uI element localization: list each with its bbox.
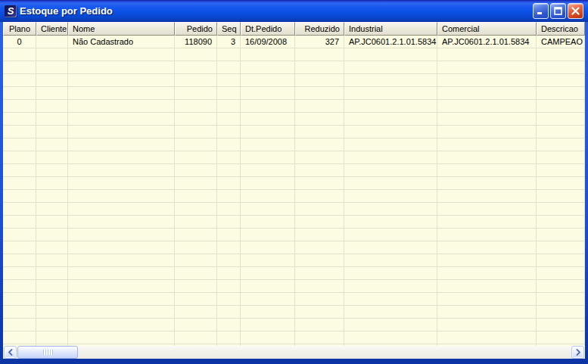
- app-window: S Estoque por Pedido PlanoCl: [0, 0, 588, 364]
- grid-column-line: [174, 48, 175, 346]
- chevron-left-icon: [8, 349, 14, 356]
- grid-column-line: [67, 48, 68, 346]
- grid-client-area: PlanoClienteNomePedidoSeqDt.PedidoReduzi…: [3, 22, 585, 359]
- grid-cell[interactable]: [36, 36, 68, 48]
- header-cell-descricao[interactable]: Descricao: [537, 22, 585, 36]
- close-icon: [571, 7, 580, 15]
- grid-column-line: [216, 48, 217, 346]
- title-bar[interactable]: S Estoque por Pedido: [0, 0, 588, 22]
- grid-column-line: [584, 48, 585, 346]
- minimize-icon: [537, 7, 545, 15]
- grid-cell[interactable]: 3: [217, 36, 241, 48]
- maximize-button[interactable]: [550, 3, 566, 19]
- maximize-icon: [554, 7, 562, 15]
- grid-column-line: [294, 48, 295, 346]
- scroll-right-button[interactable]: [571, 346, 584, 359]
- grid-column-line: [437, 48, 437, 346]
- header-cell-plano[interactable]: Plano: [3, 22, 36, 36]
- close-button[interactable]: [568, 3, 583, 19]
- app-icon: S: [5, 5, 17, 17]
- scroll-thumb[interactable]: [17, 346, 78, 359]
- header-cell-industrial[interactable]: Industrial: [344, 22, 437, 36]
- grid-column-line: [536, 48, 537, 346]
- header-cell-reduzido[interactable]: Reduzido: [295, 22, 344, 36]
- window-title: Estoque por Pedido: [20, 5, 113, 17]
- horizontal-scrollbar[interactable]: [3, 346, 585, 359]
- data-grid: PlanoClienteNomePedidoSeqDt.PedidoReduzi…: [3, 22, 585, 346]
- grid-column-line: [344, 48, 344, 346]
- grid-rows: 0Não Cadastrado118090316/09/2008327AP.JC…: [3, 36, 585, 48]
- scroll-left-button[interactable]: [4, 346, 17, 359]
- grid-cell[interactable]: AP.JC0601.2.1.01.5834: [344, 36, 437, 48]
- grid-cell[interactable]: 327: [295, 36, 344, 48]
- grid-header-row: PlanoClienteNomePedidoSeqDt.PedidoReduzi…: [3, 22, 585, 36]
- header-cell-comercial[interactable]: Comercial: [437, 22, 537, 36]
- header-cell-nome[interactable]: Nome: [68, 22, 175, 36]
- table-row[interactable]: 0Não Cadastrado118090316/09/2008327AP.JC…: [3, 36, 585, 48]
- header-cell-dt-pedido[interactable]: Dt.Pedido: [241, 22, 295, 36]
- grid-cell[interactable]: Não Cadastrado: [68, 36, 175, 48]
- grid-cell[interactable]: 16/09/2008: [241, 36, 295, 48]
- grid-column-line: [240, 48, 241, 346]
- header-cell-cliente[interactable]: Cliente: [36, 22, 68, 36]
- header-cell-pedido[interactable]: Pedido: [175, 22, 217, 36]
- minimize-button[interactable]: [533, 3, 549, 19]
- scroll-thumb-grip: [43, 350, 53, 355]
- window-controls: [533, 3, 583, 19]
- grid-cell[interactable]: 118090: [175, 36, 217, 48]
- header-cell-seq[interactable]: Seq: [217, 22, 241, 36]
- grid-cell[interactable]: CAMPEAO: [537, 36, 585, 48]
- chevron-right-icon: [575, 349, 581, 356]
- grid-cell[interactable]: AP.JC0601.2.1.01.5834: [437, 36, 537, 48]
- grid-empty-area: [3, 48, 585, 346]
- grid-cell[interactable]: 0: [3, 36, 36, 48]
- grid-column-line: [36, 48, 36, 346]
